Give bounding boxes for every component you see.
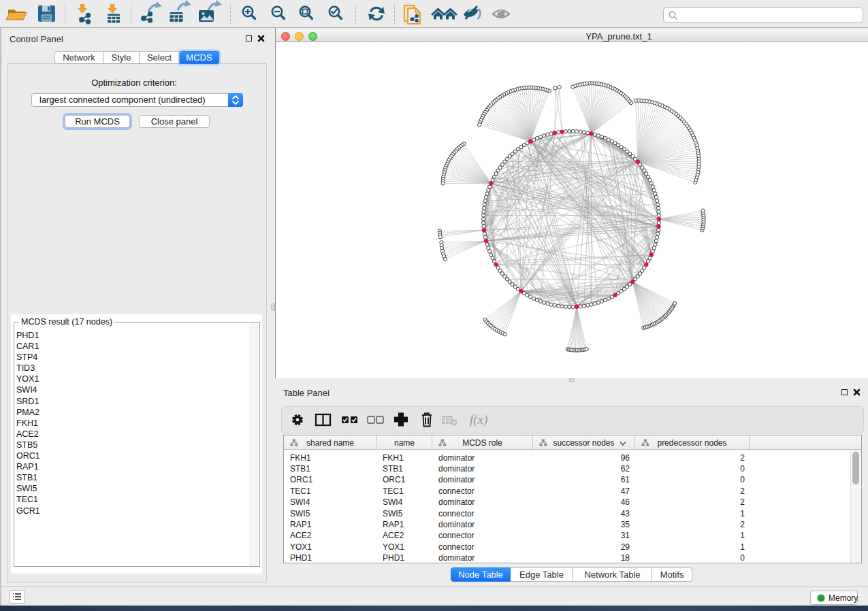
svg-text:f(x): f(x) [470, 412, 487, 427]
